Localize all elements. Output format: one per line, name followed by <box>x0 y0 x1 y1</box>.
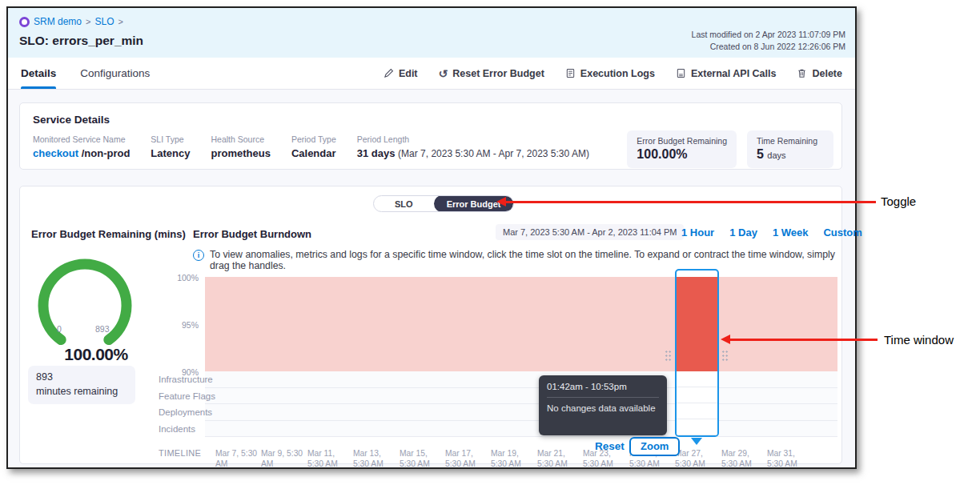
external-api-calls-button[interactable]: External API Calls <box>676 68 777 79</box>
service-details-card: Service Details Monitored Service Name c… <box>19 102 842 170</box>
annotation-toggle-label: Toggle <box>881 194 916 208</box>
zoom-button[interactable]: Zoom <box>629 437 680 456</box>
page-title: SLO: errors_per_min <box>19 34 143 48</box>
row-label-deployments: Deployments <box>159 407 212 417</box>
created-text: Created on 8 Jun 2022 12:26:06 PM <box>692 41 845 53</box>
edit-label: Edit <box>399 68 418 79</box>
toggle-option-slo[interactable]: SLO <box>374 199 434 209</box>
tooltip-time-range: 01:42am - 10:53pm <box>547 382 659 391</box>
minutes-remaining-box: 893 minutes remaining <box>28 366 135 404</box>
x-tick: Mar 29, 5:30 AM <box>721 448 766 470</box>
external-api-calls-label: External API Calls <box>691 68 777 79</box>
row-label-feature-flags: Feature Flags <box>159 391 215 401</box>
breadcrumb-separator: > <box>118 17 122 26</box>
field-health-source: Health Source prometheus <box>211 134 271 159</box>
edit-button[interactable]: Edit <box>384 68 418 79</box>
range-custom[interactable]: Custom <box>823 226 862 238</box>
pencil-icon <box>384 68 394 78</box>
x-tick: Mar 31, 5:30 AM <box>767 448 812 470</box>
reset-error-budget-button[interactable]: ↺ Reset Error Budget <box>439 68 544 79</box>
breadcrumb-link-app[interactable]: SRM demo <box>34 16 82 27</box>
annotation-time-window-arrowhead-icon <box>721 335 730 344</box>
app-window: SRM demo > SLO > SLO: errors_per_min Las… <box>6 6 857 469</box>
page-header: SRM demo > SLO > SLO: errors_per_min Las… <box>8 8 855 58</box>
reset-link[interactable]: Reset <box>595 440 625 452</box>
range-1-day[interactable]: 1 Day <box>729 226 757 238</box>
error-budget-remaining-stat: Error Budget Remaining 100.00% <box>627 130 737 168</box>
header-meta: Last modified on 2 Apr 2023 11:07:09 PM … <box>692 29 845 53</box>
time-window-pointer <box>691 438 702 445</box>
field-sli-type: SLI Type Latency <box>151 134 190 159</box>
info-text: To view anomalies, metrics and logs for … <box>210 249 841 271</box>
change-rows-area[interactable] <box>205 371 837 437</box>
slo-stats: Error Budget Remaining 100.00% Time Rema… <box>627 130 833 168</box>
gauge-title: Error Budget Remaining (mins) <box>31 228 186 240</box>
y-tick-95: 95% <box>159 320 199 330</box>
timeline-label: TIMELINE <box>159 448 201 458</box>
execution-logs-label: Execution Logs <box>580 68 655 79</box>
document-icon <box>565 68 576 78</box>
error-budget-section-card: SLO Error Budget Error Budget Remaining … <box>19 186 842 464</box>
monitored-service-link[interactable]: checkout <box>33 147 78 159</box>
tab-details[interactable]: Details <box>21 58 56 89</box>
row-label-infrastructure: Infrastructure <box>159 375 213 384</box>
annotation-time-window-arrow <box>730 339 878 341</box>
trash-icon <box>797 68 807 78</box>
time-window-rows <box>677 371 717 435</box>
burndown-title: Error Budget Burndown <box>193 228 311 240</box>
x-tick: Mar 11, 5:30 AM <box>307 448 352 470</box>
reset-error-budget-label: Reset Error Budget <box>452 68 544 79</box>
error-budget-gauge: 0 893 <box>33 254 137 358</box>
delete-label: Delete <box>812 68 842 79</box>
x-tick: Mar 27, 5:30 AM <box>675 448 720 470</box>
field-monitored-service: Monitored Service Name checkout /non-pro… <box>33 134 130 159</box>
field-period-type: Period Type Calendar <box>291 134 336 159</box>
burndown-area[interactable] <box>205 277 837 371</box>
breadcrumb: SRM demo > SLO > <box>19 16 123 27</box>
minutes-remaining-label: minutes remaining <box>36 384 127 399</box>
time-window-selection[interactable] <box>675 269 719 437</box>
time-remaining-stat: Time Remaining 5 days <box>747 130 833 168</box>
range-1-hour[interactable]: 1 Hour <box>681 226 714 238</box>
delete-button[interactable]: Delete <box>797 68 842 79</box>
x-tick: Mar 7, 5:30 AM <box>215 448 260 470</box>
info-banner: i To view anomalies, metrics and logs fo… <box>193 249 841 271</box>
annotation-toggle-arrow <box>506 201 876 203</box>
document-api-icon <box>676 68 686 78</box>
tab-bar: Details Configurations Edit ↺ Reset Erro… <box>8 58 855 90</box>
annotation-toggle-arrowhead-icon <box>496 197 506 206</box>
tooltip-message: No changes data available <box>547 403 659 413</box>
x-tick: Mar 17, 5:30 AM <box>445 448 490 470</box>
x-tick: Mar 21, 5:30 AM <box>537 448 582 470</box>
service-details-title: Service Details <box>33 114 829 126</box>
breadcrumb-separator: > <box>86 17 90 26</box>
x-tick: Mar 13, 5:30 AM <box>353 448 398 470</box>
date-range-chip[interactable]: Mar 7, 2023 5:30 AM - Apr 2, 2023 11:04 … <box>496 224 684 240</box>
breadcrumb-link-slo[interactable]: SLO <box>94 16 114 27</box>
period-length-detail: (Mar 7, 2023 5:30 AM - Apr 7, 2023 5:30 … <box>398 148 589 159</box>
left-drag-handle-icon[interactable] <box>665 350 672 362</box>
toolbar: Edit ↺ Reset Error Budget Execution Logs… <box>384 58 842 89</box>
gauge-percent: 100.00% <box>20 345 172 364</box>
range-1-week[interactable]: 1 Week <box>773 226 809 238</box>
time-window-highlight <box>677 277 717 371</box>
tooltip-divider <box>547 397 659 398</box>
field-period-length: Period Length 31 days (Mar 7, 2023 5:30 … <box>357 134 589 159</box>
gauge-max-label: 893 <box>95 324 110 334</box>
x-tick: Mar 15, 5:30 AM <box>400 448 444 470</box>
tab-configurations[interactable]: Configurations <box>80 58 150 89</box>
execution-logs-button[interactable]: Execution Logs <box>565 68 655 79</box>
time-range-links: 1 Hour 1 Day 1 Week Custom <box>681 226 862 238</box>
environment-label: /non-prod <box>82 147 131 159</box>
y-tick-100: 100% <box>159 273 199 283</box>
row-label-incidents: Incidents <box>159 424 195 434</box>
chart-tooltip: 01:42am - 10:53pm No changes data availa… <box>539 375 667 435</box>
page-body: Service Details Monitored Service Name c… <box>8 90 855 467</box>
x-tick: Mar 19, 5:30 AM <box>491 448 536 470</box>
gauge-min-label: 0 <box>57 324 62 334</box>
info-icon: i <box>193 250 204 261</box>
slo-errorbudget-toggle[interactable]: SLO Error Budget <box>373 195 514 212</box>
last-modified-text: Last modified on 2 Apr 2023 11:07:09 PM <box>692 29 845 41</box>
right-drag-handle-icon[interactable] <box>721 350 729 362</box>
harness-logo-icon <box>19 17 30 27</box>
